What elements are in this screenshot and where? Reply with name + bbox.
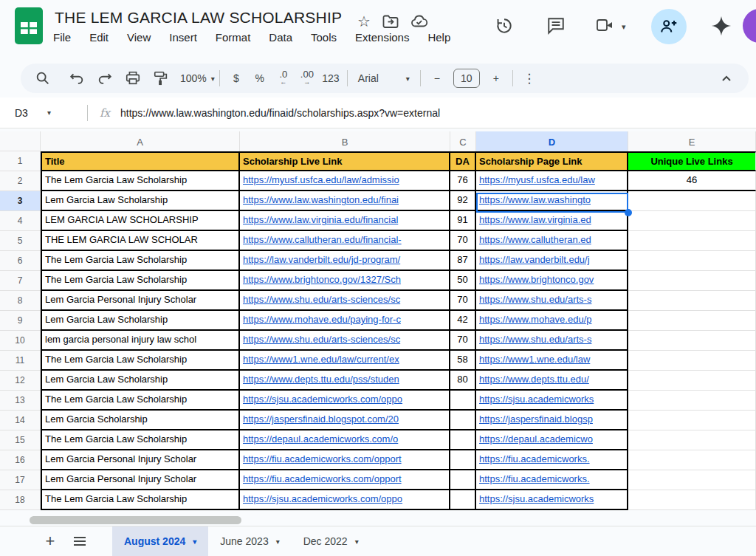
redo-icon[interactable]: [93, 66, 117, 90]
comments-icon[interactable]: [546, 16, 566, 35]
cell-E13[interactable]: [628, 391, 756, 411]
column-header-D[interactable]: D: [476, 131, 628, 153]
cell-A17[interactable]: Lem Garcia Personal Injury Scholar: [41, 470, 240, 490]
menu-insert[interactable]: Insert: [169, 31, 197, 44]
fill-handle[interactable]: [625, 209, 632, 216]
cell-A11[interactable]: The Lem Garcia Law Scholarship: [41, 351, 240, 371]
cell-A18[interactable]: The Lem Garcia Law Scholarship: [41, 490, 240, 510]
collapse-toolbar-icon[interactable]: [715, 66, 738, 90]
sheet-tab-june-2023[interactable]: June 2023▾: [208, 526, 291, 556]
menu-view[interactable]: View: [127, 31, 151, 44]
grid-corner[interactable]: [0, 131, 41, 151]
cell-D6[interactable]: https://law.vanderbilt.edu/j: [476, 251, 628, 271]
cell-B14[interactable]: https://jaspersfinaid.blogspot.com/20: [240, 411, 450, 430]
sheet-tab-caret-icon[interactable]: ▾: [276, 538, 280, 546]
cell-D14[interactable]: https://jaspersfinaid.blogsp: [476, 411, 628, 430]
cell-C12[interactable]: 80: [450, 371, 476, 391]
column-header-A[interactable]: A: [41, 131, 240, 153]
cell-C15[interactable]: [450, 430, 476, 450]
formula-input[interactable]: https://www.law.washington.edu/finaid/sc…: [120, 107, 440, 119]
currency-format-button[interactable]: $: [224, 66, 248, 90]
menu-format[interactable]: Format: [216, 31, 251, 44]
add-sheet-button[interactable]: +: [35, 526, 65, 556]
cell-C5[interactable]: 70: [450, 231, 476, 251]
cell-B16[interactable]: https://fiu.academicworks.com/opport: [240, 450, 450, 470]
sheet-tab-dec-2022[interactable]: Dec 2022▾: [292, 526, 371, 556]
print-icon[interactable]: [121, 66, 145, 90]
row-header-3[interactable]: 3: [0, 191, 41, 211]
cell-C6[interactable]: 87: [450, 251, 476, 271]
cell-E12[interactable]: [628, 371, 756, 391]
paint-format-icon[interactable]: [149, 66, 173, 90]
account-avatar[interactable]: [743, 9, 756, 43]
row-header-5[interactable]: 5: [0, 231, 41, 251]
cell-D7[interactable]: https://www.brightonco.gov: [476, 271, 628, 291]
sheet-tab-august-2024[interactable]: August 2024▾: [112, 526, 208, 556]
row-header-1[interactable]: 1: [0, 151, 41, 171]
row-header-9[interactable]: 9: [0, 311, 41, 331]
cell-E4[interactable]: [628, 211, 756, 231]
cell-D15[interactable]: https://depaul.academicwo: [476, 430, 628, 450]
decrease-font-size-button[interactable]: −: [425, 66, 449, 90]
undo-icon[interactable]: [65, 66, 89, 90]
menu-tools[interactable]: Tools: [311, 31, 337, 44]
cell-D16[interactable]: https://fiu.academicworks.: [476, 450, 628, 470]
cell-C10[interactable]: 70: [450, 331, 476, 351]
cell-D8[interactable]: https://www.shu.edu/arts-s: [476, 291, 628, 311]
cell-E16[interactable]: [628, 450, 756, 470]
cell-D11[interactable]: https://www1.wne.edu/law: [476, 351, 628, 371]
horizontal-scrollbar[interactable]: [30, 516, 241, 524]
cell-E15[interactable]: [628, 430, 756, 450]
number-format-button[interactable]: 123: [319, 66, 343, 90]
row-header-11[interactable]: 11: [0, 351, 41, 371]
row-header-10[interactable]: 10: [0, 331, 41, 351]
cell-A6[interactable]: The Lem Garcia Law Scholarship: [41, 251, 240, 271]
sheet-tab-caret-icon[interactable]: ▾: [355, 538, 359, 546]
menu-help[interactable]: Help: [427, 31, 450, 44]
cell-E3[interactable]: [628, 191, 756, 211]
font-select[interactable]: Arial▾: [352, 66, 416, 90]
row-header-15[interactable]: 15: [0, 430, 41, 450]
cell-D10[interactable]: https://www.shu.edu/arts-s: [476, 331, 628, 351]
cell-B12[interactable]: https://www.depts.ttu.edu/pss/studen: [240, 371, 450, 391]
cell-C8[interactable]: 70: [450, 291, 476, 311]
cell-B5[interactable]: https://www.callutheran.edu/financial-: [240, 231, 450, 251]
menu-data[interactable]: Data: [269, 31, 292, 44]
cell-A2[interactable]: The Lem Garcia Law Scholarship: [41, 171, 240, 191]
cell-C3[interactable]: 92: [450, 191, 476, 211]
cell-A15[interactable]: The Lem Garcia Law Scholarship: [41, 430, 240, 450]
cell-E8[interactable]: [628, 291, 756, 311]
row-header-2[interactable]: 2: [0, 171, 41, 191]
cell-D9[interactable]: https://www.mohave.edu/p: [476, 311, 628, 331]
cell-B13[interactable]: https://sjsu.academicworks.com/oppo: [240, 391, 450, 411]
cell-B4[interactable]: https://www.law.virginia.edu/financial: [240, 211, 450, 231]
cell-E7[interactable]: [628, 271, 756, 291]
cell-B7[interactable]: https://www.brightonco.gov/1327/Sch: [240, 271, 450, 291]
cell-D17[interactable]: https://fiu.academicworks.: [476, 470, 628, 490]
cell-D5[interactable]: https://www.callutheran.ed: [476, 231, 628, 251]
cloud-status-icon[interactable]: [410, 14, 428, 29]
percent-format-button[interactable]: %: [248, 66, 272, 90]
version-history-icon[interactable]: [495, 16, 514, 35]
row-header-13[interactable]: 13: [0, 391, 41, 411]
column-header-E[interactable]: E: [628, 131, 756, 153]
cell-A1[interactable]: Title: [41, 151, 240, 171]
meet-camera-icon[interactable]: [595, 16, 616, 34]
cell-D1[interactable]: Scholarship Page Link: [476, 151, 628, 171]
cell-D12[interactable]: https://www.depts.ttu.edu/: [476, 371, 628, 391]
cell-D2[interactable]: https://myusf.usfca.edu/law: [476, 171, 628, 191]
cell-B3[interactable]: https://www.law.washington.edu/finai: [240, 191, 450, 211]
cell-D4[interactable]: https://www.law.virginia.ed: [476, 211, 628, 231]
cell-B1[interactable]: Scholarship Live Link: [240, 151, 450, 171]
cell-C7[interactable]: 50: [450, 271, 476, 291]
gemini-sparkle-icon[interactable]: [710, 15, 732, 37]
cell-B17[interactable]: https://fiu.academicworks.com/opport: [240, 470, 450, 490]
cell-C18[interactable]: [450, 490, 476, 510]
cell-E9[interactable]: [628, 311, 756, 331]
cell-B10[interactable]: https://www.shu.edu/arts-sciences/sc: [240, 331, 450, 351]
menu-extensions[interactable]: Extensions: [355, 31, 409, 44]
column-header-C[interactable]: C: [450, 131, 476, 153]
increase-font-size-button[interactable]: +: [484, 66, 508, 90]
cell-C2[interactable]: 76: [450, 171, 476, 191]
cell-C16[interactable]: [450, 450, 476, 470]
